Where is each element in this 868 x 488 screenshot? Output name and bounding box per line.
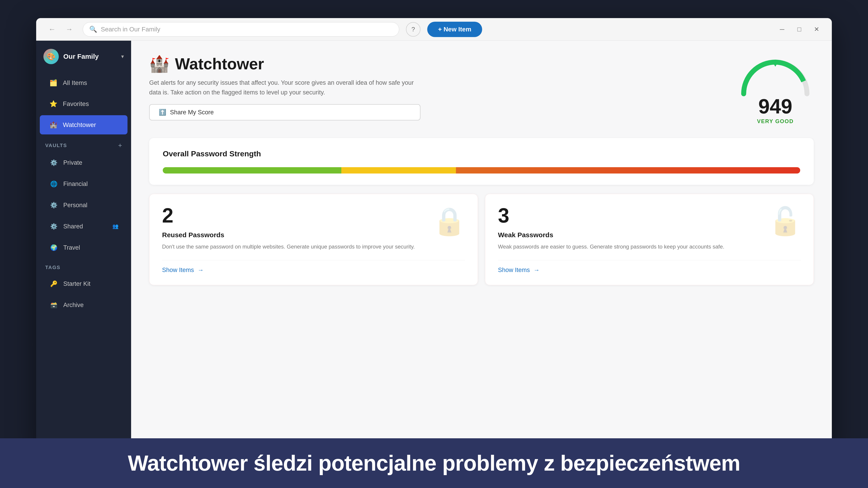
weak-passwords-card: 🔓 3 Weak Passwords Weak passwords are ea… [485, 194, 814, 285]
personal-vault-icon: ⚙️ [49, 200, 59, 210]
shared-vault-icon: ⚙️ [49, 221, 59, 231]
vault-header-left: 🎨 Our Family [43, 49, 99, 64]
reused-show-items-link[interactable]: Show Items → [162, 260, 465, 273]
nav-buttons: ← → [45, 23, 76, 36]
close-button[interactable]: ✕ [810, 23, 823, 36]
sidebar-item-personal[interactable]: ⚙️ Personal [40, 195, 127, 215]
reused-arrow-icon: → [197, 267, 204, 273]
weak-show-items-link[interactable]: Show Items → [498, 260, 801, 273]
weak-arrow-icon: → [533, 267, 539, 273]
sidebar: 🎨 Our Family ▾ 🗂️ All Items ⭐ Favorites … [36, 41, 131, 447]
banner-text: Watchtower śledzi potencjalne problemy z… [128, 451, 740, 476]
sidebar-item-all-items[interactable]: 🗂️ All Items [40, 73, 127, 92]
maximize-button[interactable]: □ [793, 23, 806, 36]
strength-red-segment [456, 167, 800, 173]
app-window: ← → 🔍 Search in Our Family ? + New Item … [36, 18, 832, 447]
sidebar-item-starter-kit[interactable]: 🔑 Starter Kit [40, 274, 127, 294]
sidebar-item-financial[interactable]: 🌐 Financial [40, 174, 127, 194]
back-button[interactable]: ← [45, 23, 59, 36]
sidebar-item-travel[interactable]: 🌍 Travel [40, 238, 127, 258]
tags-section-header: TAGS [36, 258, 131, 273]
weak-title: Weak Passwords [498, 231, 801, 239]
travel-vault-icon: 🌍 [49, 242, 59, 253]
reused-count: 2 [162, 205, 465, 226]
strength-yellow-segment [341, 167, 456, 173]
vault-item-travel-left: 🌍 Travel [49, 242, 80, 253]
search-bar[interactable]: 🔍 Search in Our Family [83, 22, 399, 37]
vault-item-shared-left: ⚙️ Shared [49, 221, 83, 231]
archive-label: Archive [63, 302, 84, 308]
private-vault-icon: ⚙️ [49, 158, 59, 168]
score-gauge: 949 VERY GOOD [737, 54, 814, 125]
vault-item-starter-left: 🔑 Starter Kit [49, 279, 90, 289]
vault-item-financial-left: 🌐 Financial [49, 179, 88, 189]
watchtower-nav-icon: 🏰 [49, 121, 58, 129]
password-strength-title: Overall Password Strength [163, 149, 800, 158]
strength-green-segment [163, 167, 341, 173]
reused-passwords-card: 🔒 2 Reused Passwords Don't use the same … [149, 194, 478, 285]
travel-vault-label: Travel [63, 244, 80, 251]
watchtower-header: 🏰 Watchtower Get alerts for any security… [149, 54, 814, 125]
minimize-button[interactable]: ─ [776, 23, 788, 36]
new-item-label: + New Item [438, 26, 471, 33]
watchtower-title-row: 🏰 Watchtower [149, 54, 421, 73]
new-item-button[interactable]: + New Item [427, 22, 482, 37]
watchtower-icon: 🏰 [149, 54, 169, 73]
vaults-label: VAULTS [45, 142, 67, 149]
vault-item-personal-left: ⚙️ Personal [49, 200, 88, 210]
sidebar-item-favorites[interactable]: ⭐ Favorites [40, 94, 127, 113]
score-value: 949 [758, 95, 792, 118]
financial-vault-label: Financial [63, 181, 88, 188]
private-vault-label: Private [63, 159, 82, 166]
personal-vault-label: Personal [63, 202, 88, 209]
favorites-label: Favorites [63, 100, 89, 107]
reused-bg-icon: 🔒 [432, 205, 466, 237]
sidebar-item-archive[interactable]: 🗃️ Archive [40, 295, 127, 315]
watchtower-title: Watchtower [175, 55, 264, 73]
reused-show-items-label: Show Items [162, 267, 194, 273]
share-score-button[interactable]: ⬆️ Share My Score [149, 104, 421, 121]
shared-vault-badge: 👥 [112, 223, 119, 229]
vault-item-private-left: ⚙️ Private [49, 158, 82, 168]
strength-bar [163, 167, 800, 173]
starter-kit-icon: 🔑 [49, 279, 59, 289]
watchtower-left: 🏰 Watchtower Get alerts for any security… [149, 54, 421, 121]
search-icon: 🔍 [89, 26, 97, 33]
add-vault-button[interactable]: + [118, 142, 122, 149]
share-score-label: Share My Score [170, 109, 214, 116]
watchtower-nav-label: Watchtower [63, 121, 96, 129]
window-controls: ─ □ ✕ [776, 23, 823, 36]
favorites-icon: ⭐ [49, 100, 58, 107]
vault-item-archive-left: 🗃️ Archive [49, 300, 84, 310]
password-strength-card: Overall Password Strength [149, 138, 814, 185]
weak-count: 3 [498, 205, 801, 226]
tags-label: TAGS [45, 265, 60, 270]
archive-icon: 🗃️ [49, 300, 59, 310]
reused-title: Reused Passwords [162, 231, 465, 239]
content-area: 🏰 Watchtower Get alerts for any security… [131, 41, 832, 447]
weak-show-items-label: Show Items [498, 267, 530, 273]
weak-bg-icon: 🔓 [768, 205, 802, 237]
watchtower-description: Get alerts for any security issues that … [149, 78, 421, 97]
share-icon: ⬆️ [159, 109, 166, 116]
vault-name: Our Family [63, 53, 99, 60]
gauge-svg [737, 54, 814, 99]
main-layout: 🎨 Our Family ▾ 🗂️ All Items ⭐ Favorites … [36, 41, 832, 447]
all-items-label: All Items [63, 79, 87, 87]
sidebar-item-private[interactable]: ⚙️ Private [40, 153, 127, 173]
sidebar-item-watchtower[interactable]: 🏰 Watchtower [40, 115, 127, 134]
sidebar-item-shared[interactable]: ⚙️ Shared 👥 [40, 217, 127, 236]
weak-description: Weak passwords are easier to guess. Gene… [498, 242, 801, 251]
vaults-section-header: VAULTS + [36, 135, 131, 152]
shared-vault-label: Shared [63, 223, 83, 230]
reused-description: Don't use the same password on multiple … [162, 242, 465, 251]
search-placeholder: Search in Our Family [101, 26, 160, 33]
chevron-down-icon: ▾ [121, 53, 124, 60]
score-label: VERY GOOD [757, 118, 794, 125]
vault-selector[interactable]: 🎨 Our Family ▾ [36, 41, 131, 72]
all-items-icon: 🗂️ [49, 79, 58, 87]
help-button[interactable]: ? [406, 22, 421, 37]
titlebar: ← → 🔍 Search in Our Family ? + New Item … [36, 18, 832, 41]
forward-button[interactable]: → [62, 23, 76, 36]
financial-vault-icon: 🌐 [49, 179, 59, 189]
